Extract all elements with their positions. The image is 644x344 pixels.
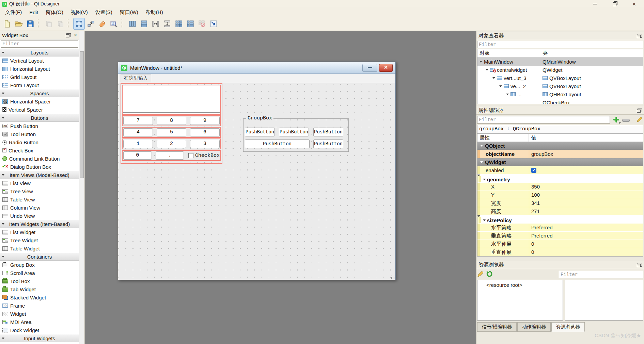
widget-box-row[interactable]: Spacers — [0, 89, 79, 97]
new-file-icon[interactable] — [2, 18, 13, 29]
keypad-button[interactable]: 8 — [157, 117, 186, 125]
menu-item[interactable]: 窗口(W) — [116, 8, 142, 17]
menu-item[interactable]: 文件(F) — [1, 8, 26, 17]
property-row[interactable]: objectName groupBox — [477, 150, 643, 158]
widget-box-row[interactable]: Tab Widget — [0, 285, 79, 293]
close-panel-icon[interactable]: × — [74, 33, 77, 37]
widget-box-filter-input[interactable] — [1, 40, 78, 48]
edit-resources-icon[interactable] — [477, 271, 484, 278]
float-panel-icon[interactable] — [66, 33, 71, 37]
widget-box-row[interactable]: Form Layout — [0, 81, 79, 89]
keypad-row[interactable]: 0 . CheckBox — [122, 150, 221, 161]
property-row[interactable]: geometry [(350, 100), 341 x 271] — [477, 175, 480, 183]
groupbox-pushbutton[interactable]: PushButton — [313, 128, 343, 136]
edit-tab-order-icon[interactable]: 123 — [109, 18, 120, 29]
widget-box-scrollbar[interactable] — [79, 31, 85, 344]
form-minimize-button[interactable] — [362, 64, 377, 72]
break-layout-icon[interactable] — [197, 18, 207, 29]
chevron-down-icon[interactable] — [483, 219, 486, 221]
widget-box-row[interactable]: Frame — [0, 301, 79, 310]
property-value[interactable]: Preferred — [531, 224, 553, 231]
form-close-button[interactable]: ✕ — [379, 64, 393, 72]
scrollbar-thumb[interactable] — [80, 51, 84, 178]
property-row[interactable]: QWidget — [477, 158, 643, 166]
layout-horizontally-icon[interactable] — [127, 18, 138, 29]
widget-box-row[interactable]: Radio Button — [0, 138, 79, 146]
property-value[interactable]: 341 — [531, 199, 540, 207]
property-value[interactable]: groupBox — [531, 150, 553, 158]
dock-tab[interactable]: 信号/槽编辑器 — [477, 322, 517, 332]
widget-box-row[interactable]: List Widget — [0, 228, 79, 236]
widget-box-row[interactable]: Input Widgets — [0, 334, 79, 342]
copy-icon[interactable] — [43, 18, 54, 29]
widget-box-row[interactable]: Table View — [0, 195, 79, 203]
property-value[interactable]: Preferred — [531, 232, 553, 240]
widget-box-row[interactable]: Tool Button — [0, 130, 79, 138]
form-window-titlebar[interactable]: Qt MainWindow - untitled* ✕ — [118, 62, 395, 74]
widget-box-row[interactable]: Grid Layout — [0, 73, 79, 81]
widget-box-row[interactable]: Stacked Widget — [0, 293, 79, 301]
calculator-vlayout[interactable]: 7 8 9 4 5 6 1 2 3 — [121, 83, 222, 164]
keypad-button[interactable]: 0 — [123, 151, 152, 160]
reload-resources-icon[interactable] — [486, 271, 493, 278]
float-panel-icon[interactable] — [638, 263, 642, 267]
chevron-down-icon[interactable] — [480, 145, 483, 147]
chevron-down-icon[interactable] — [486, 69, 488, 71]
widget-box-row[interactable]: Horizontal Spacer — [0, 97, 79, 105]
form-canvas[interactable]: 7 8 9 4 5 6 1 2 3 — [118, 83, 395, 280]
property-row[interactable]: 垂直伸展 0 — [477, 248, 643, 256]
keypad-button[interactable]: 2 — [157, 140, 186, 148]
widget-box-row[interactable]: Table Widget — [0, 244, 79, 252]
keypad-row[interactable]: 7 8 9 — [122, 115, 221, 126]
adjust-size-icon[interactable] — [208, 18, 219, 29]
configure-property-editor-icon[interactable] — [637, 116, 643, 124]
form-menu-placeholder[interactable]: 在这里输入 — [121, 74, 151, 82]
float-panel-icon[interactable] — [638, 109, 642, 112]
layout-form-icon[interactable] — [185, 18, 196, 29]
groupbox-pushbutton[interactable]: PushButton — [245, 128, 275, 136]
remove-dynamic-property-button[interactable] — [622, 119, 630, 122]
edit-buddies-icon[interactable] — [97, 18, 108, 29]
keypad-row[interactable]: 1 2 3 — [122, 138, 221, 149]
form-checkbox[interactable]: CheckBox — [188, 153, 220, 159]
property-row[interactable]: 垂直策略 Preferred — [477, 232, 643, 240]
menu-item[interactable]: 窗体(O) — [42, 8, 67, 17]
chevron-down-icon[interactable] — [499, 85, 502, 87]
edit-signals-slots-icon[interactable] — [85, 18, 96, 29]
chevron-down-icon[interactable] — [480, 61, 482, 63]
dock-tab[interactable]: 资源浏览器 — [551, 322, 585, 332]
chevron-down-icon[interactable] — [480, 161, 483, 163]
open-file-icon[interactable] — [13, 18, 24, 29]
resource-filter-input[interactable] — [559, 271, 643, 278]
checkbox-icon[interactable] — [188, 153, 193, 158]
layout-vertically-icon[interactable] — [139, 18, 150, 29]
form-groupbox[interactable]: GroupBox PushButton PushButton PushButto… — [243, 118, 349, 152]
property-value[interactable]: 100 — [531, 191, 540, 199]
keypad-button[interactable]: . — [156, 151, 184, 160]
resource-root-item[interactable]: <resource root> — [477, 280, 563, 288]
property-value[interactable]: 271 — [531, 207, 540, 215]
float-panel-icon[interactable] — [638, 34, 642, 38]
object-inspector-filter-input[interactable] — [477, 41, 643, 48]
chevron-down-icon[interactable] — [483, 179, 486, 180]
property-row[interactable]: X 350 — [477, 183, 643, 191]
object-tree-row[interactable]: ve..._2 QVBoxLayout — [477, 82, 643, 90]
widget-box-row[interactable]: Dock Widget — [0, 326, 79, 334]
vertical-splitter-icon[interactable] — [162, 18, 173, 29]
property-row[interactable]: 宽度 341 — [477, 199, 643, 207]
groupbox-pushbutton[interactable]: PushButton — [313, 140, 343, 148]
dock-tab[interactable]: 动作编辑器 — [517, 322, 551, 332]
groupbox-pushbutton[interactable]: PushButton — [279, 128, 309, 136]
property-value[interactable]: 0 — [531, 248, 534, 256]
keypad-button[interactable]: 9 — [190, 117, 220, 125]
chevron-down-icon[interactable] — [506, 94, 509, 95]
keypad-button[interactable]: 1 — [123, 140, 153, 148]
widget-box-row[interactable]: Vertical Spacer — [0, 105, 79, 114]
property-row[interactable]: 水平伸展 0 — [477, 240, 643, 248]
widget-box-row[interactable]: Push Button — [0, 122, 79, 130]
menu-item[interactable]: Edit — [26, 9, 42, 16]
paste-icon[interactable] — [55, 18, 66, 29]
menu-item[interactable]: 帮助(H) — [142, 8, 167, 17]
keypad-button[interactable]: 5 — [157, 128, 186, 136]
widget-box-row[interactable]: Tool Box — [0, 277, 79, 285]
